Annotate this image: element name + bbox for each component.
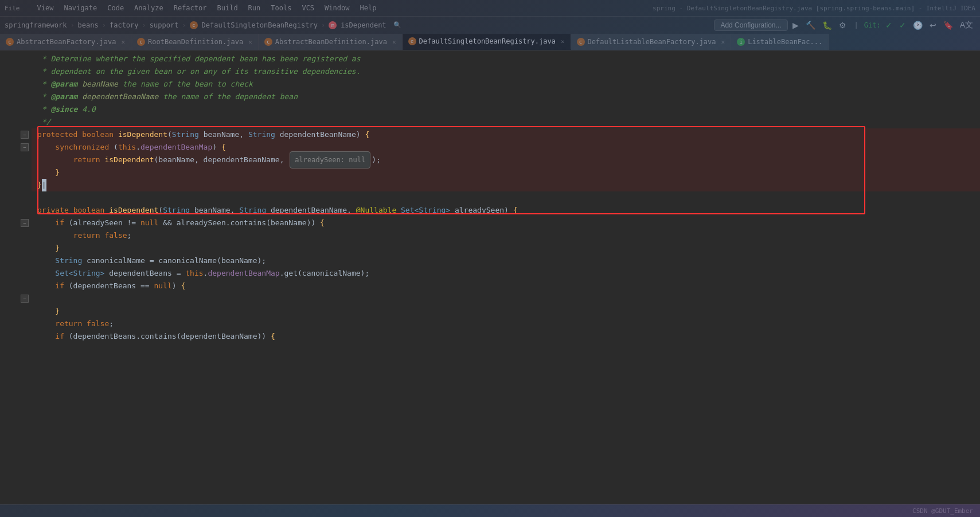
dot-2: . xyxy=(204,267,208,280)
code-line-20 xyxy=(32,292,980,305)
type-string-4: String xyxy=(239,204,271,217)
code-paren-5: ); xyxy=(372,154,381,166)
code-editor[interactable]: * Determine whether the specified depend… xyxy=(32,50,980,504)
kw-null: null xyxy=(140,217,163,229)
code-line-9: return isDependent (beanName, dependentB… xyxy=(32,154,980,166)
code-paren-3: ) xyxy=(212,141,221,154)
kw-return3: return xyxy=(55,318,87,330)
code-line-21: } xyxy=(32,305,980,318)
code-paren-6: ( xyxy=(158,204,163,217)
kw-private: private xyxy=(37,204,73,217)
kw-synchronized: synchronized xyxy=(55,141,114,154)
fold-button-4[interactable]: − xyxy=(21,295,29,303)
code-paren-1: ( xyxy=(167,128,172,141)
fold-column: − − − − xyxy=(20,53,29,504)
kw-if: if xyxy=(55,217,68,229)
var-dependentBeans: dependentBeans = xyxy=(109,267,185,280)
type-set: Set<String> xyxy=(401,204,455,217)
gutter: − − − − xyxy=(0,50,32,504)
code-text-3: * @param beanName the name of the bean t… xyxy=(37,78,253,91)
var-dependentBeanMap: dependentBeanMap xyxy=(140,141,212,154)
indent-1 xyxy=(37,141,55,154)
semi-1: ; xyxy=(127,229,132,242)
op-neq: != xyxy=(127,217,140,229)
code-line-19: if (dependentBeans == null ) { xyxy=(32,280,980,292)
kw-return2: return xyxy=(73,229,105,242)
kw-this2: this xyxy=(185,267,203,280)
indent-5 xyxy=(37,229,73,242)
code-line-22: return false ; xyxy=(32,318,980,330)
code-paren-11: (dependentBeans.contains(dependentBeanNa… xyxy=(69,330,271,343)
code-text-5: * @since 4.0 xyxy=(37,103,96,116)
indent-6 xyxy=(37,242,55,254)
param-alreadySeen: alreadySeen xyxy=(455,204,504,217)
code-paren-7: ) xyxy=(504,204,513,217)
code-paren-2: ( xyxy=(114,141,118,154)
code-paren-9: (dependentBeans == xyxy=(69,280,154,292)
code-line-4: * @param dependentBeanName the name of t… xyxy=(32,91,980,103)
code-line-14: if (alreadySeen != null && alreadySeen.c… xyxy=(32,217,980,229)
fold-button-2[interactable]: − xyxy=(21,143,29,151)
param-dependent2: dependentBeanName, xyxy=(271,204,356,217)
code-line-8: synchronized ( this . dependentBeanMap )… xyxy=(32,141,980,154)
kw-false: false xyxy=(104,229,127,242)
indent-2 xyxy=(37,154,73,166)
code-line-18: Set<String> dependentBeans = this . depe… xyxy=(32,267,980,280)
code-line-17: String canonicalName = canonicalName(bea… xyxy=(32,254,980,267)
fn-isDependent3: isDependent xyxy=(109,204,158,217)
editor-area: − − − − * De xyxy=(0,50,980,504)
code-line-7: protected boolean isDependent ( String b… xyxy=(32,128,980,141)
brace-open-2: { xyxy=(221,141,226,154)
brace-open-1: { xyxy=(365,128,369,141)
code-paren-8: (alreadySeen xyxy=(69,217,127,229)
code-line-10: } xyxy=(32,166,980,179)
code-text-1: * Determine whether the specified depend… xyxy=(37,53,361,65)
brace-open-6: { xyxy=(271,330,275,343)
code-text-6: */ xyxy=(37,116,50,128)
param-beanName2: beanName, xyxy=(194,204,239,217)
kw-this: this xyxy=(118,141,136,154)
ide-container: File View Navigate Code Analyze Refactor… xyxy=(0,0,980,517)
cursor-block: | xyxy=(42,179,46,191)
var-dependentBeanMap2: dependentBeanMap xyxy=(208,267,279,280)
fold-button-1[interactable]: − xyxy=(21,131,29,139)
kw-boolean2: boolean xyxy=(73,204,110,217)
code-paren-10: ) xyxy=(172,280,181,292)
indent-7 xyxy=(37,254,55,267)
brace-close-4: } xyxy=(55,305,60,318)
kw-protected: protected xyxy=(37,128,82,141)
dot-1: . xyxy=(136,141,140,154)
type-string-5: String xyxy=(55,254,87,267)
type-string-2: String xyxy=(248,128,280,141)
type-string-1: String xyxy=(172,128,204,141)
indent-10 xyxy=(37,305,55,318)
brace-close-3: } xyxy=(55,242,60,254)
dot-get: .get(canonicalName); xyxy=(280,267,370,280)
indent-11 xyxy=(37,318,55,330)
code-line-11: } | xyxy=(32,179,980,191)
tooltip-alreadySeen: alreadySeen: null xyxy=(290,151,370,169)
fold-button-3[interactable]: − xyxy=(21,219,29,227)
kw-null2: null xyxy=(154,280,172,292)
kw-boolean: boolean xyxy=(82,128,118,141)
semi-2: ; xyxy=(109,318,114,330)
indent-3 xyxy=(37,166,55,179)
code-line-12 xyxy=(32,191,980,204)
code-line-5: * @since 4.0 xyxy=(32,103,980,116)
kw-return: return xyxy=(73,154,105,166)
type-set-2: Set<String> xyxy=(55,267,109,280)
code-line-16: } xyxy=(32,242,980,254)
fn-isDependent: isDependent xyxy=(118,128,167,141)
code-text-2: * dependent on the given bean or on any … xyxy=(37,65,361,78)
brace-open-5: { xyxy=(181,280,185,292)
param-dependent: dependentBeanName) xyxy=(280,128,365,141)
code-line-3: * @param beanName the name of the bean t… xyxy=(32,78,980,91)
param-beanName: beanName, xyxy=(204,128,248,141)
line-numbers xyxy=(0,53,20,504)
brace-close-1: } xyxy=(55,166,60,179)
annot-nullable: @Nullable xyxy=(356,204,401,217)
code-line-6: */ xyxy=(32,116,980,128)
indent-8 xyxy=(37,267,55,280)
code-text-4: * @param dependentBeanName the name of t… xyxy=(37,91,298,103)
code-line-15: return false ; xyxy=(32,229,980,242)
